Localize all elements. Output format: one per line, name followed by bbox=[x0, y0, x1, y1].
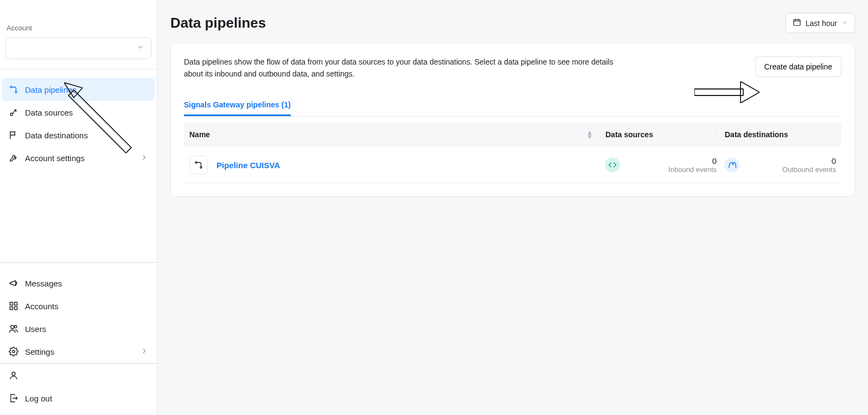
sidebar-item-data-pipelines[interactable]: Data pipelines bbox=[2, 78, 155, 101]
inbound-label: Inbound events bbox=[668, 165, 717, 174]
column-header-sources: Data sources bbox=[597, 130, 717, 139]
pipelines-card: Data pipelines show the flow of data fro… bbox=[170, 43, 855, 197]
svg-rect-14 bbox=[694, 89, 743, 95]
chevron-down-icon bbox=[137, 43, 144, 53]
flag-icon bbox=[9, 130, 18, 140]
calendar-icon bbox=[793, 18, 801, 28]
sidebar-item-users[interactable]: Users bbox=[2, 317, 155, 340]
sidebar-item-accounts[interactable]: Accounts bbox=[2, 295, 155, 317]
svg-point-2 bbox=[10, 113, 13, 116]
account-select[interactable] bbox=[5, 37, 151, 59]
outbound-count: 0 bbox=[782, 156, 836, 165]
inbound-count: 0 bbox=[668, 156, 717, 165]
sidebar-item-label: Settings bbox=[25, 347, 54, 356]
sidebar-item-label: Accounts bbox=[25, 302, 59, 311]
svg-point-11 bbox=[12, 350, 15, 353]
pipeline-name-link[interactable]: Pipeline CUISVA bbox=[216, 161, 280, 170]
pipeline-icon bbox=[189, 156, 208, 174]
main-content: Data pipelines Last hour Data pipelines … bbox=[157, 0, 868, 415]
sidebar-item-label: Data destinations bbox=[25, 131, 88, 140]
data-sources-icon bbox=[9, 107, 18, 117]
sidebar-account-section: Account bbox=[0, 0, 157, 69]
gear-icon bbox=[9, 347, 18, 356]
svg-rect-13 bbox=[794, 20, 800, 25]
chevron-down-icon bbox=[841, 19, 848, 28]
sidebar-item-label: Users bbox=[25, 324, 46, 334]
chevron-right-icon bbox=[141, 154, 148, 163]
sidebar-item-logout[interactable]: Log out bbox=[2, 387, 155, 410]
svg-point-9 bbox=[11, 325, 14, 329]
user-icon bbox=[9, 371, 18, 380]
page-header: Data pipelines Last hour bbox=[170, 0, 855, 43]
column-header-destinations: Data destinations bbox=[717, 130, 836, 139]
time-range-label: Last hour bbox=[806, 19, 837, 28]
column-header-name[interactable]: Name ▲▼ bbox=[189, 130, 597, 139]
sidebar-item-label: Data sources bbox=[25, 108, 73, 117]
sidebar-item-label: Log out bbox=[25, 394, 52, 403]
time-range-button[interactable]: Last hour bbox=[786, 13, 855, 33]
table-row[interactable]: Pipeline CUISVA 0 Inbound events bbox=[184, 147, 841, 183]
sidebar-item-label: Messages bbox=[25, 279, 62, 288]
page-title: Data pipelines bbox=[170, 15, 266, 31]
chevron-right-icon bbox=[141, 347, 148, 356]
svg-rect-8 bbox=[15, 307, 17, 310]
wrench-icon bbox=[9, 153, 18, 163]
logout-icon bbox=[9, 393, 18, 403]
source-code-icon bbox=[605, 157, 620, 173]
tab-signals-gateway[interactable]: Signals Gateway pipelines (1) bbox=[184, 95, 291, 116]
svg-rect-5 bbox=[10, 302, 12, 305]
tabs: Signals Gateway pipelines (1) bbox=[184, 95, 841, 117]
users-icon bbox=[9, 324, 18, 334]
sidebar-item-settings[interactable]: Settings bbox=[2, 340, 155, 363]
nav-secondary: Messages Accounts Users Settings bbox=[0, 263, 157, 363]
sidebar-item-label: Account settings bbox=[25, 154, 85, 163]
svg-rect-6 bbox=[15, 302, 17, 305]
sidebar: Account Data pipelines Data sources Data… bbox=[0, 0, 157, 415]
megaphone-icon bbox=[9, 278, 18, 288]
column-header-label: Name bbox=[189, 130, 210, 139]
table-header: Name ▲▼ Data sources Data destinations bbox=[184, 122, 841, 147]
card-description: Data pipelines show the flow of data fro… bbox=[184, 56, 629, 80]
nav-footer: Log out bbox=[0, 364, 157, 415]
pipeline-icon bbox=[9, 85, 18, 94]
sort-icon: ▲▼ bbox=[586, 130, 597, 139]
create-data-pipeline-button[interactable]: Create data pipeline bbox=[755, 56, 841, 77]
svg-point-10 bbox=[15, 325, 17, 328]
nav-primary: Data pipelines Data sources Data destina… bbox=[0, 69, 157, 169]
pipelines-table: Name ▲▼ Data sources Data destinations P… bbox=[184, 122, 841, 183]
grid-icon bbox=[9, 301, 18, 311]
sidebar-item-account-settings[interactable]: Account settings bbox=[2, 146, 155, 169]
sidebar-item-messages[interactable]: Messages bbox=[2, 272, 155, 295]
svg-point-12 bbox=[12, 372, 15, 375]
sidebar-item-data-sources[interactable]: Data sources bbox=[2, 101, 155, 124]
svg-rect-7 bbox=[10, 307, 12, 310]
meta-icon bbox=[724, 157, 739, 173]
sidebar-item-data-destinations[interactable]: Data destinations bbox=[2, 124, 155, 146]
sidebar-item-label: Data pipelines bbox=[25, 85, 76, 94]
sidebar-item-profile[interactable] bbox=[2, 364, 155, 387]
outbound-label: Outbound events bbox=[782, 165, 836, 174]
account-label: Account bbox=[7, 24, 151, 32]
